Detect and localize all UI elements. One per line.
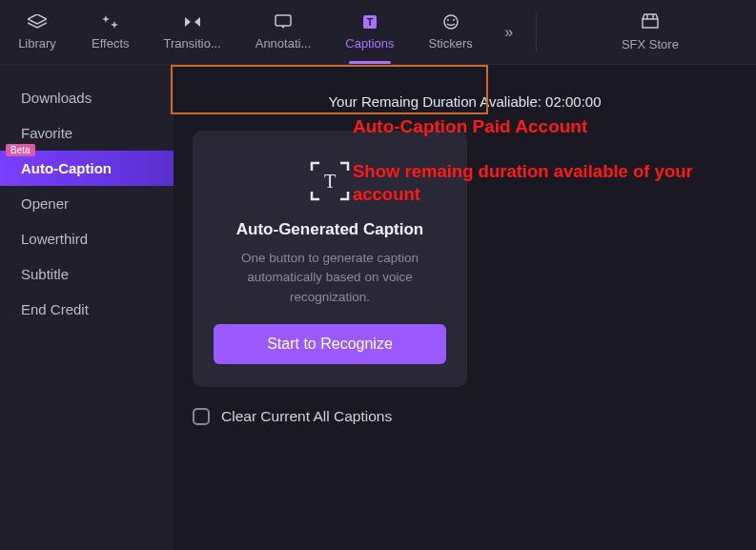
tab-library[interactable]: Library <box>0 0 74 64</box>
tab-label: Captions <box>345 36 394 51</box>
tab-label: Stickers <box>429 36 473 51</box>
tab-label: Library <box>18 36 56 51</box>
svg-text:T: T <box>367 16 374 28</box>
sidebar-item-label: Subtitle <box>21 266 69 282</box>
more-tabs-button[interactable]: » <box>490 24 528 41</box>
main-panel: Your Remaing Duration Avaliable: 02:00:0… <box>174 65 756 550</box>
start-recognize-button[interactable]: Start to Recognize <box>214 324 446 364</box>
annotation-text-1: Auto-Caption Paid Account <box>353 116 587 137</box>
sidebar-item-opener[interactable]: Opener <box>0 186 174 221</box>
sidebar-item-end-credit[interactable]: End Credit <box>0 292 174 327</box>
tab-annotations[interactable]: Annotati... <box>238 0 329 64</box>
tab-group: Library Effects Transitio... Annotati...… <box>0 0 490 64</box>
effects-icon <box>102 13 119 31</box>
sidebar-item-label: Opener <box>21 195 69 212</box>
card-title: Auto-Generated Caption <box>236 220 423 239</box>
separator <box>536 13 537 51</box>
tab-transitions[interactable]: Transitio... <box>147 0 238 64</box>
transitions-icon <box>183 13 202 31</box>
clear-captions-checkbox[interactable] <box>193 408 210 425</box>
card-description: One button to generate caption automatic… <box>214 249 446 307</box>
tab-label: Transitio... <box>164 36 221 51</box>
sidebar-item-label: Favorite <box>21 125 72 141</box>
top-tab-bar: Library Effects Transitio... Annotati...… <box>0 0 756 65</box>
svg-point-4 <box>447 19 449 21</box>
sidebar-item-label: Auto-Caption <box>21 160 112 176</box>
sfx-store-button[interactable]: SFX Store <box>544 13 756 51</box>
stickers-icon <box>442 13 460 31</box>
sidebar-item-downloads[interactable]: Downloads <box>0 80 174 115</box>
sidebar-item-label: Lowerthird <box>21 231 88 247</box>
sidebar: Downloads Favorite Beta Auto-Caption Ope… <box>0 65 174 550</box>
sidebar-item-subtitle[interactable]: Subtitle <box>0 256 174 292</box>
svg-rect-0 <box>276 15 291 26</box>
tab-label: Effects <box>92 36 130 51</box>
annotation-text-2: Show remaing duration available of your … <box>353 160 753 206</box>
text-frame-icon: T <box>308 159 352 207</box>
clear-captions-label: Clear Current All Captions <box>221 408 392 425</box>
tab-effects[interactable]: Effects <box>74 0 147 64</box>
clear-captions-row: Clear Current All Captions <box>193 408 737 425</box>
store-icon <box>641 13 660 31</box>
svg-point-5 <box>453 19 455 21</box>
captions-icon: T <box>361 13 378 31</box>
sidebar-item-auto-caption[interactable]: Beta Auto-Caption <box>0 151 174 186</box>
sidebar-item-label: Downloads <box>21 90 92 106</box>
tab-stickers[interactable]: Stickers <box>412 0 490 64</box>
sidebar-item-lowerthird[interactable]: Lowerthird <box>0 221 174 256</box>
tab-label: Annotati... <box>255 36 312 51</box>
sfx-label: SFX Store <box>622 37 679 51</box>
svg-point-3 <box>444 15 458 29</box>
sidebar-item-label: End Credit <box>21 301 89 317</box>
library-icon <box>28 13 47 31</box>
annotations-icon <box>275 13 292 31</box>
chevron-double-right-icon: » <box>504 24 513 41</box>
tab-captions[interactable]: T Captions <box>328 0 411 64</box>
svg-text:T: T <box>324 171 336 192</box>
beta-badge: Beta <box>6 144 35 156</box>
